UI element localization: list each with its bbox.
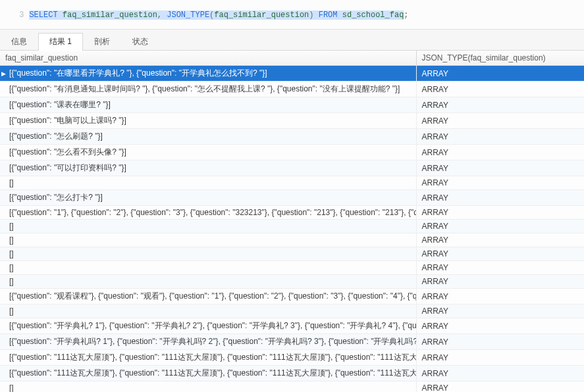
cell-faq[interactable]: [] — [0, 176, 416, 190]
table-row[interactable]: []ARRAY — [0, 261, 584, 275]
result-grid[interactable]: faq_similar_question JSON_TYPE(faq_simil… — [0, 51, 584, 392]
table-row[interactable]: [{"question": "可以打印资料吗? "}]ARRAY — [0, 160, 584, 176]
sql-keyword-select: SELECT — [29, 11, 57, 20]
cell-faq[interactable]: [{"question": "111达瓦大屋顶"}, {"question": … — [0, 350, 416, 366]
sql-table: sd_school_faq — [342, 11, 404, 20]
cell-faq[interactable]: [] — [0, 233, 416, 247]
row-marker-icon: ▶ — [1, 70, 6, 77]
column-header-faq[interactable]: faq_similar_question — [0, 51, 416, 66]
cell-jsontype[interactable]: ARRAY — [416, 350, 584, 366]
cell-jsontype[interactable]: ARRAY — [416, 129, 584, 145]
cell-faq[interactable]: [{"question": "课表在哪里? "}] — [0, 97, 416, 113]
tab-result-1[interactable]: 结果 1 — [38, 33, 83, 51]
cell-jsontype[interactable]: ARRAY — [416, 247, 584, 261]
cell-faq[interactable]: [{"question": "电脑可以上课吗? "}] — [0, 113, 416, 129]
cell-jsontype[interactable]: ARRAY — [416, 366, 584, 381]
cell-faq[interactable]: [] — [0, 261, 416, 275]
table-row[interactable]: [{"question": "1"}, {"question": "2"}, {… — [0, 206, 584, 220]
cell-jsontype[interactable]: ARRAY — [416, 97, 584, 113]
table-row[interactable]: []ARRAY — [0, 247, 584, 261]
cell-jsontype[interactable]: ARRAY — [416, 206, 584, 220]
table-row[interactable]: [{"question": "怎么看不到头像? "}]ARRAY — [0, 145, 584, 160]
table-row[interactable]: []ARRAY — [0, 275, 584, 289]
cell-jsontype[interactable]: ARRAY — [416, 305, 584, 318]
table-row[interactable]: [{"question": "开学典礼吗? 1"}, {"question": … — [0, 334, 584, 350]
table-row[interactable]: []ARRAY — [0, 381, 584, 393]
cell-jsontype[interactable]: ARRAY — [416, 261, 584, 275]
table-row[interactable]: []ARRAY — [0, 233, 584, 247]
cell-jsontype[interactable]: ARRAY — [416, 381, 584, 393]
cell-jsontype[interactable]: ARRAY — [416, 233, 584, 247]
table-row[interactable]: [{"question": "课表在哪里? "}]ARRAY — [0, 97, 584, 113]
cell-faq[interactable]: [{"question": "开学典礼? 1"}, {"question": "… — [0, 318, 416, 334]
cell-jsontype[interactable]: ARRAY — [416, 145, 584, 160]
line-number: 3 — [12, 11, 29, 20]
cell-jsontype[interactable]: ARRAY — [416, 190, 584, 206]
cell-faq[interactable]: [{"question": "111达瓦大屋顶"}, {"question": … — [0, 366, 416, 381]
cell-jsontype[interactable]: ARRAY — [416, 275, 584, 289]
cell-faq[interactable]: [{"question": "怎么打卡? "}] — [0, 190, 416, 206]
table-row[interactable]: [{"question": "有消息通知上课时间吗? "}, {"questio… — [0, 82, 584, 97]
cell-faq[interactable]: ▶[{"question": "在哪里看开学典礼? "}, {"question… — [0, 66, 416, 82]
tab-info[interactable]: 信息 — [0, 33, 38, 51]
table-row[interactable]: []ARRAY — [0, 176, 584, 190]
cell-jsontype[interactable]: ARRAY — [416, 113, 584, 129]
cell-jsontype[interactable]: ARRAY — [416, 220, 584, 233]
sql-column-1: faq_similar_question — [63, 11, 157, 20]
sql-func: JSON_TYPE — [167, 11, 209, 20]
table-row[interactable]: [{"question": "怎么打卡? "}]ARRAY — [0, 190, 584, 206]
table-row[interactable]: [{"question": "电脑可以上课吗? "}]ARRAY — [0, 113, 584, 129]
cell-faq[interactable]: [{"question": "1"}, {"question": "2"}, {… — [0, 206, 416, 220]
tab-parse[interactable]: 剖析 — [83, 33, 121, 51]
sql-keyword-from: FROM — [319, 11, 338, 20]
cell-jsontype[interactable]: ARRAY — [416, 289, 584, 305]
table-row[interactable]: [{"question": "观看课程"}, {"question": "观看"… — [0, 289, 584, 305]
cell-jsontype[interactable]: ARRAY — [416, 66, 584, 82]
cell-faq[interactable]: [{"question": "开学典礼吗? 1"}, {"question": … — [0, 334, 416, 350]
cell-faq[interactable]: [] — [0, 275, 416, 289]
cell-jsontype[interactable]: ARRAY — [416, 82, 584, 97]
cell-faq[interactable]: [{"question": "有消息通知上课时间吗? "}, {"questio… — [0, 82, 416, 97]
cell-faq[interactable]: [{"question": "怎么看不到头像? "}] — [0, 145, 416, 160]
cell-faq[interactable]: [{"question": "可以打印资料吗? "}] — [0, 160, 416, 176]
cell-faq[interactable]: [] — [0, 381, 416, 393]
result-tabs: 信息 结果 1 剖析 状态 — [0, 30, 584, 51]
cell-jsontype[interactable]: ARRAY — [416, 176, 584, 190]
cell-faq[interactable]: [] — [0, 247, 416, 261]
table-row[interactable]: [{"question": "111达瓦大屋顶"}, {"question": … — [0, 366, 584, 381]
cell-faq[interactable]: [] — [0, 305, 416, 318]
table-row[interactable]: ▶[{"question": "在哪里看开学典礼? "}, {"question… — [0, 66, 584, 82]
sql-column-2: faq_similar_question — [214, 11, 309, 20]
table-row[interactable]: []ARRAY — [0, 220, 584, 233]
cell-faq[interactable]: [{"question": "观看课程"}, {"question": "观看"… — [0, 289, 416, 305]
table-row[interactable]: []ARRAY — [0, 305, 584, 318]
cell-faq[interactable]: [] — [0, 220, 416, 233]
table-row[interactable]: [{"question": "开学典礼? 1"}, {"question": "… — [0, 318, 584, 334]
table-row[interactable]: [{"question": "111达瓦大屋顶"}, {"question": … — [0, 350, 584, 366]
sql-editor[interactable]: 3SELECT faq_similar_question, JSON_TYPE(… — [0, 0, 584, 30]
column-header-jsontype[interactable]: JSON_TYPE(faq_similar_question) — [416, 51, 584, 66]
tab-status[interactable]: 状态 — [121, 33, 159, 51]
table-row[interactable]: [{"question": "怎么刷题? "}]ARRAY — [0, 129, 584, 145]
cell-jsontype[interactable]: ARRAY — [416, 160, 584, 176]
cell-jsontype[interactable]: ARRAY — [416, 318, 584, 334]
cell-jsontype[interactable]: ARRAY — [416, 334, 584, 350]
cell-faq[interactable]: [{"question": "怎么刷题? "}] — [0, 129, 416, 145]
